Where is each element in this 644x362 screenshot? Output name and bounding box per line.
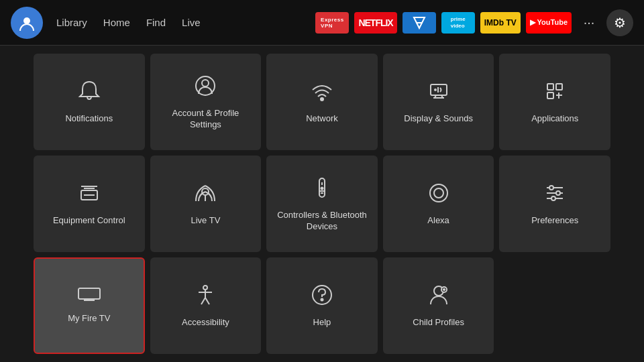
app-expressvpn[interactable]: ExpressVPN	[315, 12, 349, 34]
svg-point-22	[321, 187, 323, 189]
live-tv-label: Live TV	[191, 215, 220, 227]
apps-grid-icon	[543, 79, 567, 107]
display-sounds-label: Display & Sounds	[404, 113, 473, 125]
top-navigation: Library Home Find Live ExpressVPN NETFLI…	[0, 0, 644, 46]
settings-grid: Notifications Account & Profile Settings…	[0, 46, 644, 362]
svg-rect-31	[556, 191, 560, 195]
svg-point-4	[321, 98, 323, 101]
grid-cell-live-tv[interactable]: Live TV	[150, 156, 262, 252]
child-profiles-label: Child Profiles	[413, 317, 464, 328]
grid-cell-preferences[interactable]: Preferences	[499, 156, 610, 252]
svg-rect-10	[547, 84, 553, 90]
remote-icon	[310, 176, 334, 203]
grid-cell-alexa[interactable]: Alexa	[383, 156, 494, 252]
child-profile-icon	[427, 283, 451, 310]
grid-cell-notifications[interactable]: Notifications	[34, 54, 145, 150]
more-apps-button[interactable]: ···	[577, 11, 601, 35]
display-sound-icon	[427, 79, 451, 107]
bell-icon	[77, 79, 101, 107]
svg-point-26	[434, 188, 443, 198]
antenna-icon	[193, 181, 217, 208]
accessibility-icon	[193, 283, 217, 310]
svg-rect-33	[78, 288, 100, 299]
grid-cell-network[interactable]: Network	[266, 54, 378, 150]
person-circle-icon	[193, 74, 217, 101]
svg-rect-32	[551, 196, 555, 200]
svg-point-41	[321, 299, 323, 301]
applications-label: Applications	[531, 113, 578, 125]
avatar[interactable]	[11, 7, 43, 39]
question-icon	[310, 283, 334, 310]
nav-home[interactable]: Home	[103, 17, 130, 28]
grid-cell-display-sounds[interactable]: Display & Sounds	[383, 54, 494, 150]
grid-cell-applications[interactable]: Applications	[499, 54, 610, 150]
svg-point-25	[430, 184, 447, 202]
svg-point-3	[202, 80, 209, 86]
my-fire-tv-label: My Fire TV	[68, 313, 110, 324]
wifi-icon	[310, 79, 334, 107]
preferences-label: Preferences	[531, 215, 578, 227]
app-prime-video[interactable]: primevideo	[441, 12, 475, 34]
app-imdb[interactable]: IMDb TV	[480, 12, 521, 34]
svg-rect-30	[549, 186, 553, 190]
accessibility-label: Accessibility	[182, 317, 229, 328]
grid-cell-account-profile[interactable]: Account & Profile Settings	[150, 54, 262, 150]
help-label: Help	[313, 317, 331, 328]
account-profile-label: Account & Profile Settings	[156, 108, 256, 131]
svg-rect-12	[547, 93, 553, 99]
nav-library[interactable]: Library	[56, 17, 87, 28]
grid-cell-my-fire-tv[interactable]: My Fire TV	[34, 257, 145, 354]
svg-point-0	[23, 17, 30, 24]
notifications-label: Notifications	[65, 113, 113, 125]
tv-remote-icon	[77, 181, 101, 208]
alexa-label: Alexa	[427, 215, 449, 227]
grid-cell-controllers-bluetooth[interactable]: Controllers & Bluetooth Devices	[266, 156, 378, 252]
network-label: Network	[306, 113, 338, 125]
app-netflix[interactable]: NETFLIX	[354, 12, 396, 34]
nav-live[interactable]: Live	[182, 17, 201, 28]
app-youtube[interactable]: ▶ YouTube	[526, 12, 572, 34]
equipment-control-label: Equipment Control	[53, 215, 125, 227]
nav-links: Library Home Find Live	[56, 17, 201, 28]
svg-point-37	[203, 286, 207, 290]
svg-rect-11	[556, 84, 562, 90]
grid-cell-equipment-control[interactable]: Equipment Control	[34, 156, 145, 252]
controllers-bluetooth-label: Controllers & Bluetooth Devices	[272, 210, 372, 233]
grid-cell-child-profiles[interactable]: Child Profiles	[383, 257, 494, 354]
app-shortcuts: ExpressVPN NETFLIX primevideo IMDb TV ▶ …	[315, 9, 633, 36]
settings-button[interactable]: ⚙	[606, 9, 633, 36]
nav-find[interactable]: Find	[146, 17, 166, 28]
grid-cell-accessibility[interactable]: Accessibility	[150, 257, 262, 354]
alexa-icon	[427, 181, 451, 208]
sliders-icon	[543, 181, 567, 208]
grid-cell-help[interactable]: Help	[266, 257, 378, 354]
app-freevee[interactable]	[402, 12, 436, 34]
fire-tv-icon	[77, 287, 101, 306]
